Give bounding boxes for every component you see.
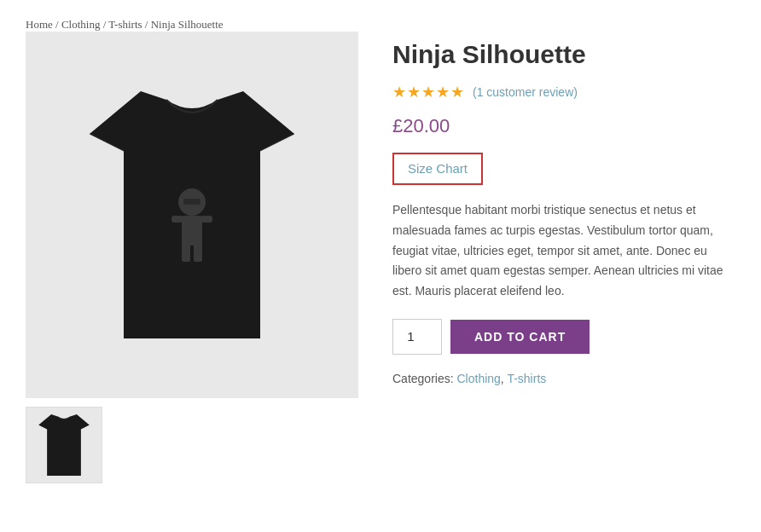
product-description: Pellentesque habitant morbi tristique se… bbox=[392, 200, 734, 302]
add-to-cart-row: ADD TO CART bbox=[392, 319, 735, 355]
rating-row: ★ ★ ★ ★ ★ (1 customer review) bbox=[392, 83, 735, 101]
product-layout: Ninja Silhouette ★ ★ ★ ★ ★ (1 customer r… bbox=[26, 32, 735, 483]
svg-rect-5 bbox=[182, 243, 190, 262]
size-chart-link[interactable]: Size Chart bbox=[408, 161, 468, 176]
breadcrumb-home[interactable]: Home bbox=[26, 18, 53, 31]
svg-rect-4 bbox=[200, 216, 212, 223]
categories-label: Categories: bbox=[392, 372, 454, 385]
breadcrumb-current: Ninja Silhouette bbox=[151, 18, 224, 31]
product-thumbnail[interactable] bbox=[26, 407, 102, 483]
review-link[interactable]: (1 customer review) bbox=[473, 85, 578, 99]
categories-row: Categories: Clothing, T-shirts bbox=[392, 372, 735, 385]
breadcrumb-sep1: / bbox=[55, 18, 61, 31]
svg-rect-6 bbox=[194, 243, 202, 262]
star-2: ★ bbox=[407, 83, 421, 101]
tshirt-svg-small bbox=[38, 414, 90, 476]
star-4: ★ bbox=[436, 83, 450, 101]
svg-rect-2 bbox=[182, 216, 202, 246]
add-to-cart-button[interactable]: ADD TO CART bbox=[450, 320, 590, 354]
product-images bbox=[26, 32, 358, 483]
category-tshirts[interactable]: T-shirts bbox=[507, 372, 546, 385]
product-title: Ninja Silhouette bbox=[392, 40, 735, 69]
quantity-input[interactable] bbox=[392, 319, 442, 355]
svg-rect-3 bbox=[171, 216, 183, 223]
size-chart-box[interactable]: Size Chart bbox=[392, 153, 483, 185]
main-product-image[interactable] bbox=[26, 32, 358, 398]
star-5: ★ bbox=[450, 83, 464, 101]
star-1: ★ bbox=[392, 83, 406, 101]
category-clothing[interactable]: Clothing bbox=[456, 372, 500, 385]
tshirt-svg-large bbox=[90, 91, 294, 338]
breadcrumb-tshirts[interactable]: T-shirts bbox=[108, 18, 142, 31]
breadcrumb-sep3: / bbox=[145, 18, 151, 31]
breadcrumb: Home / Clothing / T-shirts / Ninja Silho… bbox=[26, 17, 735, 32]
breadcrumb-clothing[interactable]: Clothing bbox=[61, 18, 101, 31]
star-3: ★ bbox=[421, 83, 435, 101]
svg-rect-1 bbox=[183, 199, 200, 205]
product-price: £20.00 bbox=[392, 115, 735, 137]
star-rating: ★ ★ ★ ★ ★ bbox=[392, 83, 464, 101]
product-details: Ninja Silhouette ★ ★ ★ ★ ★ (1 customer r… bbox=[392, 32, 735, 385]
